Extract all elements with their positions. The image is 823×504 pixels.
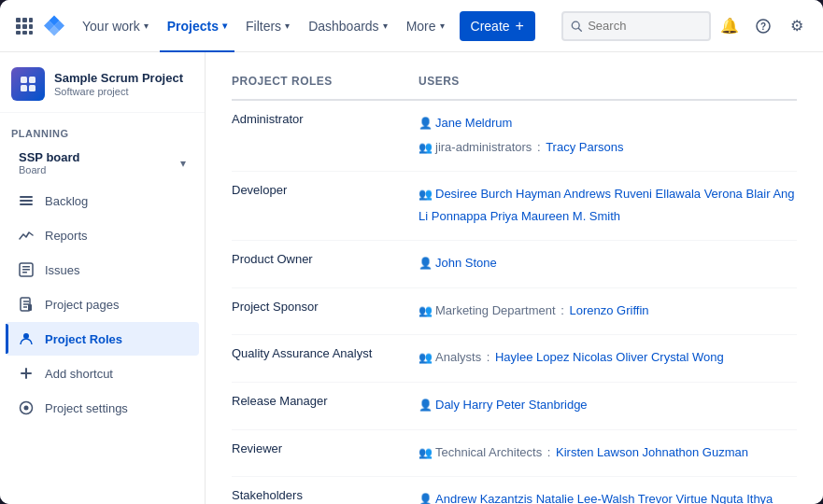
roles-tbody: Administrator👤Jane Meldrum👥jira-administ…	[232, 100, 797, 504]
group-label: Technical Architects	[435, 445, 542, 459]
sidebar-nav: Backlog Reports Issues Project pages Pro…	[0, 183, 205, 426]
user-link[interactable]: Nguta Ithya	[711, 492, 773, 504]
user-link[interactable]: Peter Stanbridge	[496, 398, 588, 412]
sidebar-item-label-issues: Issues	[45, 263, 80, 277]
help-icon[interactable]: ?	[748, 11, 778, 41]
project-type: Software project	[54, 86, 183, 97]
nav-dashboards[interactable]: Dashboards▾	[301, 0, 395, 52]
person-icon: 👤	[419, 396, 433, 416]
role-name: Product Owner	[232, 241, 419, 288]
project-info: Sample Scrum Project Software project	[54, 71, 183, 98]
table-row: Release Manager👤Daly Harry Peter Stanbri…	[232, 382, 797, 429]
role-users: 👤Daly Harry Peter Stanbridge	[419, 382, 797, 429]
separator: :	[483, 350, 493, 364]
svg-rect-0	[16, 18, 21, 22]
project-pages-icon	[17, 295, 35, 314]
sidebar-item-issues[interactable]: Issues	[6, 253, 199, 287]
user-link[interactable]: Ruveni Ellawala	[615, 187, 702, 201]
user-link[interactable]: John Stone	[435, 256, 497, 270]
sidebar-item-add-shortcut[interactable]: Add shortcut	[6, 357, 199, 390]
grid-icon[interactable]	[11, 13, 37, 39]
user-link[interactable]: Maureen M. Smith	[521, 209, 620, 223]
role-name: Quality Assurance Analyst	[232, 335, 419, 383]
svg-rect-15	[21, 85, 27, 91]
notifications-icon[interactable]: 🔔	[715, 11, 745, 41]
search-input[interactable]	[588, 19, 702, 33]
sidebar-item-reports[interactable]: Reports	[6, 218, 199, 252]
svg-rect-23	[22, 272, 27, 273]
user-link[interactable]: Natalie Lee-Walsh	[536, 492, 635, 504]
role-entry: 👥Marketing Department : Lorenzo Griffin	[419, 300, 797, 322]
role-entry: 👥jira-administrators : Tracy Parsons	[419, 136, 797, 159]
table-row: Product Owner👤John Stone	[232, 241, 797, 288]
svg-rect-5	[29, 24, 33, 29]
svg-rect-14	[29, 77, 35, 83]
user-link[interactable]: Lorenzo Griffin	[569, 303, 648, 317]
svg-rect-2	[29, 18, 33, 22]
user-link[interactable]: Johnathon Guzman	[643, 445, 748, 459]
person-icon: 👤	[419, 114, 433, 134]
nav-filters[interactable]: Filters▾	[238, 0, 297, 52]
search-box[interactable]	[561, 11, 711, 41]
nav-projects[interactable]: Projects▾	[160, 0, 234, 52]
jira-logo[interactable]	[41, 13, 67, 39]
user-link[interactable]: Tracy Parsons	[546, 140, 623, 154]
project-name: Sample Scrum Project	[54, 71, 183, 87]
table-row: Stakeholders👤Andrew Kazantzis Natalie Le…	[232, 477, 797, 504]
svg-rect-28	[21, 372, 32, 374]
user-link[interactable]: Crystal Wong	[651, 350, 724, 364]
sidebar-item-label-backlog: Backlog	[45, 194, 88, 208]
top-navigation: Your work▾ Projects▾ Filters▾ Dashboards…	[0, 0, 823, 52]
user-link[interactable]: Jane Meldrum	[435, 116, 512, 130]
role-name: Administrator	[232, 100, 419, 172]
user-link[interactable]: Haylee Lopez	[495, 350, 570, 364]
person-icon: 👤	[419, 490, 433, 504]
role-users: 👥Marketing Department : Lorenzo Griffin	[419, 287, 797, 335]
separator: :	[533, 140, 544, 154]
svg-rect-1	[22, 18, 27, 22]
user-link[interactable]: Hayman Andrews	[516, 187, 611, 201]
group-icon: 👥	[419, 185, 433, 205]
reports-icon	[17, 226, 35, 245]
svg-point-29	[24, 406, 29, 411]
person-icon: 👤	[419, 254, 433, 274]
col-project-roles: Project Roles	[232, 75, 419, 100]
sidebar-item-backlog[interactable]: Backlog	[6, 184, 199, 217]
role-users: 👤John Stone	[419, 241, 797, 288]
table-row: Reviewer👥Technical Architects : Kirsten …	[232, 429, 797, 477]
user-link[interactable]: Trevor Virtue	[638, 492, 707, 504]
role-name: Developer	[232, 172, 419, 241]
role-name: Project Sponsor	[232, 287, 419, 335]
group-icon: 👥	[419, 443, 433, 464]
main-content: Project Roles Users Administrator👤Jane M…	[206, 52, 823, 504]
user-link[interactable]: Ponnappa Priya	[432, 209, 518, 223]
user-link[interactable]: Desiree Burch	[435, 187, 512, 201]
settings-icon[interactable]: ⚙	[782, 11, 812, 41]
user-link[interactable]: Kirsten Lawson	[556, 445, 639, 459]
role-entry: 👥Technical Architects : Kirsten Lawson J…	[419, 441, 797, 464]
svg-rect-25	[28, 304, 32, 311]
sidebar-item-project-pages[interactable]: Project pages	[6, 287, 199, 321]
table-row: Quality Assurance Analyst👥Analysts : Hay…	[232, 335, 797, 383]
svg-rect-16	[29, 85, 35, 91]
ssp-board-item[interactable]: SSP board Board ▾	[11, 147, 193, 179]
nav-more[interactable]: More▾	[399, 0, 452, 52]
board-sub: Board	[19, 164, 80, 175]
svg-line-10	[578, 28, 581, 31]
role-entry: 👤Jane Meldrum	[419, 112, 797, 134]
user-link[interactable]: Daly Harry	[435, 398, 492, 412]
sidebar: Sample Scrum Project Software project PL…	[0, 52, 206, 504]
user-link[interactable]: Verona Blair	[704, 187, 771, 201]
svg-rect-4	[22, 24, 27, 29]
role-users: 👥Technical Architects : Kirsten Lawson J…	[419, 429, 797, 477]
create-button[interactable]: Create +	[460, 11, 535, 41]
user-link[interactable]: Nicolas Oliver	[573, 350, 647, 364]
main-layout: Sample Scrum Project Software project PL…	[0, 52, 823, 504]
nav-your-work[interactable]: Your work▾	[75, 0, 156, 52]
role-entry: 👥Analysts : Haylee Lopez Nicolas Oliver …	[419, 346, 797, 369]
board-chevron-icon: ▾	[180, 157, 186, 170]
sidebar-item-project-roles[interactable]: Project Roles	[6, 322, 199, 356]
user-link[interactable]: Andrew Kazantzis	[435, 492, 532, 504]
project-avatar	[11, 67, 45, 101]
sidebar-item-project-settings[interactable]: Project settings	[6, 391, 199, 425]
